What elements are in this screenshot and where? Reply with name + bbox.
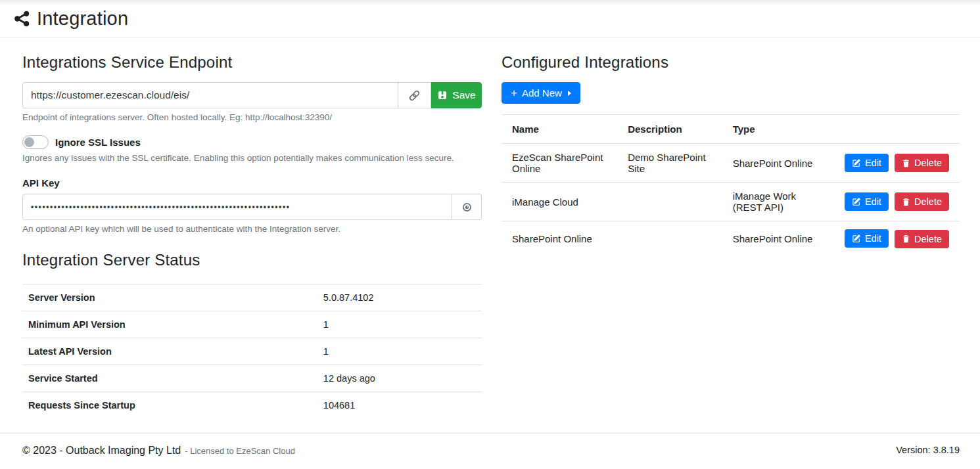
delete-button[interactable]: Delete (895, 230, 949, 248)
edit-button[interactable]: Edit (845, 192, 889, 211)
edit-button-label: Edit (865, 196, 881, 207)
configured-integrations-heading: Configured Integrations (502, 53, 960, 72)
integration-type: SharePoint Online (722, 221, 834, 256)
status-row: Minimum API Version 1 (22, 311, 482, 338)
api-key-input[interactable] (22, 194, 452, 220)
share-icon (13, 10, 31, 28)
add-new-button[interactable]: + Add New (502, 82, 580, 104)
edit-icon (852, 234, 861, 243)
save-button-label: Save (452, 89, 475, 101)
status-label: Minimum API Version (22, 319, 323, 330)
link-icon (408, 89, 421, 102)
caret-right-icon (568, 91, 571, 96)
delete-button-label: Delete (914, 234, 942, 244)
endpoint-input-group: Save (22, 82, 482, 108)
test-link-button[interactable] (398, 82, 431, 108)
endpoint-and-status-column: Integrations Service Endpoint (22, 53, 482, 433)
status-value: 1 (323, 346, 482, 357)
status-label: Service Started (22, 373, 323, 384)
status-row: Service Started 12 days ago (22, 365, 482, 391)
table-row: iManage Cloud iManage Work (REST API) E (502, 183, 960, 221)
column-header-description: Description (617, 115, 722, 144)
trash-icon (902, 159, 910, 168)
column-header-name: Name (502, 115, 617, 144)
edit-button-label: Edit (865, 158, 881, 168)
integration-type: SharePoint Online (722, 144, 834, 183)
save-button[interactable]: Save (431, 82, 482, 108)
status-value: 12 days ago (323, 373, 482, 384)
endpoint-input[interactable] (22, 82, 398, 108)
trash-icon (902, 234, 910, 243)
status-row: Latest API Version 1 (22, 338, 482, 365)
save-icon (437, 90, 448, 100)
edit-icon (852, 197, 861, 206)
server-status-heading: Integration Server Status (22, 251, 482, 269)
integration-type: iManage Work (REST API) (722, 183, 834, 221)
table-row: EzeScan SharePoint Online Demo SharePoin… (502, 144, 960, 183)
column-header-type: Type (722, 115, 834, 144)
status-value: 5.0.87.4102 (323, 292, 482, 303)
status-label: Requests Since Startup (22, 400, 323, 411)
trash-icon (902, 198, 910, 206)
delete-button-label: Delete (914, 196, 942, 207)
delete-button[interactable]: Delete (895, 154, 949, 172)
reveal-api-key-button[interactable] (452, 194, 482, 220)
licensed-text: - Licensed to EzeScan Cloud (185, 446, 295, 456)
endpoint-help-text: Endpoint of integrations server. Often h… (22, 112, 482, 122)
integration-name: SharePoint Online (502, 221, 617, 256)
status-label: Server Version (22, 292, 323, 303)
ignore-ssl-toggle[interactable] (22, 135, 49, 149)
integration-description (617, 221, 722, 256)
integrations-table: Name Description Type EzeScan SharePoint… (502, 114, 960, 256)
integrations-header-row: Name Description Type (502, 115, 960, 144)
edit-button[interactable]: Edit (845, 229, 889, 248)
edit-button-label: Edit (865, 233, 881, 244)
endpoint-section-heading: Integrations Service Endpoint (22, 53, 482, 72)
page-title: Integration (37, 8, 128, 30)
edit-button[interactable]: Edit (845, 154, 889, 172)
integration-name: EzeScan SharePoint Online (502, 144, 617, 183)
column-header-actions (834, 115, 960, 144)
api-key-label: API Key (22, 177, 482, 189)
edit-icon (852, 158, 861, 168)
status-row: Requests Since Startup 104681 (22, 391, 482, 418)
plus-icon: + (511, 87, 517, 99)
delete-button-label: Delete (914, 158, 942, 168)
status-value: 1 (323, 319, 482, 330)
table-row: SharePoint Online SharePoint Online Edi (502, 221, 960, 256)
page-header: Integration (0, 0, 980, 37)
server-status-table: Server Version 5.0.87.4102 Minimum API V… (22, 284, 482, 418)
status-label: Latest API Version (22, 346, 323, 357)
ignore-ssl-label: Ignore SSL Issues (55, 137, 141, 148)
status-row: Server Version 5.0.87.4102 (22, 284, 482, 311)
version-text: Version: 3.8.19 (896, 445, 960, 455)
main-content: Integrations Service Endpoint (0, 37, 980, 433)
configured-integrations-column: Configured Integrations + Add New Name D… (502, 53, 960, 433)
delete-button[interactable]: Delete (895, 192, 949, 211)
integration-name: iManage Cloud (502, 183, 617, 221)
eye-icon (461, 202, 473, 213)
add-new-button-label: Add New (522, 87, 562, 99)
api-key-input-group (22, 194, 482, 220)
api-key-help-text: An optional API key which will be used t… (22, 224, 482, 234)
integration-description (617, 183, 722, 221)
page-footer: © 2023 - Outback Imaging Pty Ltd - Licen… (0, 433, 980, 469)
copyright-text: © 2023 - Outback Imaging Pty Ltd (22, 445, 181, 457)
integration-description: Demo SharePoint Site (617, 144, 722, 183)
ignore-ssl-help-text: Ignores any issues with the SSL certific… (22, 153, 482, 163)
status-value: 104681 (323, 400, 482, 411)
